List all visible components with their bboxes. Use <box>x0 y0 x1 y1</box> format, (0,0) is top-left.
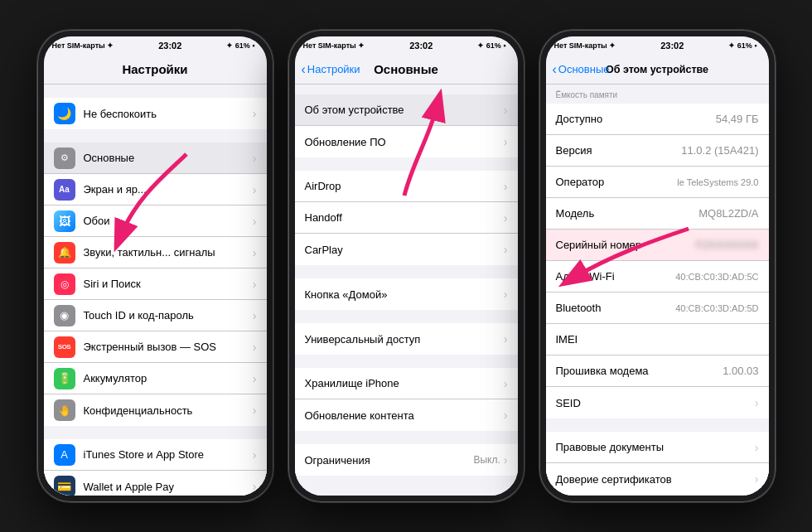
row-privacy[interactable]: 🤚 Конфиденциальность › <box>44 394 267 426</box>
status-left-3: Нет SIM-карты ✦ <box>554 41 616 50</box>
nav-back-2[interactable]: ‹ Настройки <box>302 63 360 76</box>
update-label: Обновление ПО <box>305 136 504 148</box>
row-version: Версия 11.0.2 (15A421) <box>546 135 769 167</box>
row-operator: Оператор le TeleSystems 29.0 <box>546 167 769 198</box>
handoff-label: Handoff <box>305 211 504 224</box>
status-bar-2: Нет SIM-карты ✦ 23:02 ✦ 61% ▪ <box>295 36 518 55</box>
sos-icon: SOS <box>54 336 75 358</box>
row-touchid[interactable]: ◉ Touch ID и код-пароль › <box>44 300 267 331</box>
settings-list-2: Об этом устройстве › Обновление ПО › Air… <box>295 85 518 496</box>
row-handoff[interactable]: Handoff › <box>295 202 518 234</box>
phone-body-2: Нет SIM-карты ✦ 23:02 ✦ 61% ▪ ‹ Настройк… <box>288 30 524 502</box>
siri-icon: ◎ <box>54 273 75 295</box>
privacy-label: Конфиденциальность <box>84 404 253 417</box>
nav-back-label-2: Настройки <box>307 63 360 75</box>
display-icon: Aa <box>54 179 75 201</box>
status-bar-1: Нет SIM-карты ✦ 23:02 ✦ 61% ▪ <box>44 36 267 55</box>
row-sounds[interactable]: 🔔 Звуки, тактильн... сигналы › <box>44 237 267 268</box>
sounds-label: Звуки, тактильн... сигналы <box>84 246 253 259</box>
phone-2: Нет SIM-карты ✦ 23:02 ✦ 61% ▪ ‹ Настройк… <box>288 30 524 502</box>
row-display[interactable]: Aa Экран и яр... › <box>44 174 267 206</box>
row-modem: Прошивка модема 1.00.03 <box>546 355 769 387</box>
sos-label: Экстренный вызов — SOS <box>84 341 253 353</box>
battery-icon: 🔋 <box>54 368 75 389</box>
status-time-3: 23:02 <box>660 41 684 51</box>
nav-bar-3: ‹ Основные Об этом устройстве <box>546 55 769 85</box>
settings-list-1: 🌙 Не беспокоить › ⚙ Основные › Aa <box>44 85 267 496</box>
battery-label: Аккумулятор <box>84 372 253 384</box>
content-update-label: Обновление контента <box>305 409 504 422</box>
row-model: Модель MQ8L2ZD/A <box>546 198 769 230</box>
row-siri[interactable]: ◎ Siri и Поиск › <box>44 268 267 300</box>
row-available: Доступно 54,49 ГБ <box>546 104 769 135</box>
status-bar-3: Нет SIM-карты ✦ 23:02 ✦ 61% ▪ <box>546 36 769 55</box>
row-content-update[interactable]: Обновление контента › <box>295 399 518 431</box>
row-sos[interactable]: SOS Экстренный вызов — SOS › <box>44 331 267 363</box>
row-bluetooth: Bluetooth 40:CB:C0:3D:AD:5D <box>546 293 769 324</box>
row-wifi: Адрес Wi-Fi 40:CB:C0:3D:AD:5C <box>546 261 769 293</box>
phone-1: Нет SIM-карты ✦ 23:02 ✦ 61% ▪ Настройки … <box>37 30 273 502</box>
capacity-title: Ёмкость памяти <box>556 90 618 99</box>
nav-bar-2: ‹ Настройки Основные <box>295 55 518 85</box>
nav-back-label-3: Основные <box>558 63 610 75</box>
restrictions-value: Выкл. <box>473 454 500 466</box>
status-right-3: ✦ 61% ▪ <box>728 41 756 50</box>
do-not-disturb-icon: 🌙 <box>54 103 75 124</box>
nav-bar-1: Настройки <box>44 55 267 85</box>
row-wallpaper[interactable]: 🖼 Обои › <box>44 206 267 237</box>
phone-3: Нет SIM-карты ✦ 23:02 ✦ 61% ▪ ‹ Основные… <box>539 30 776 502</box>
general-icon: ⚙ <box>54 148 75 169</box>
general-label: Основные <box>84 152 253 164</box>
wallet-label: Wallet и Apple Pay <box>84 481 253 493</box>
wallpaper-label: Обои <box>84 215 253 227</box>
row-update[interactable]: Обновление ПО › <box>295 126 518 157</box>
row-legal[interactable]: Правовые документы › <box>546 432 769 463</box>
carplay-label: CarPlay <box>305 244 504 256</box>
do-not-disturb-label: Не беспокоить <box>84 108 253 120</box>
wallpaper-icon: 🖼 <box>54 210 75 232</box>
nav-title-2: Основные <box>374 62 438 76</box>
status-time-2: 23:02 <box>409 41 433 51</box>
sounds-icon: 🔔 <box>54 242 75 264</box>
row-accessibility[interactable]: Универсальный доступ › <box>295 323 518 355</box>
status-left-2: Нет SIM-карты ✦ <box>303 41 365 50</box>
display-label: Экран и яр... <box>84 183 253 196</box>
row-airdrop[interactable]: AirDrop › <box>295 171 518 202</box>
row-carplay[interactable]: CarPlay › <box>295 234 518 265</box>
touchid-label: Touch ID и код-пароль <box>84 309 253 322</box>
phone-body-1: Нет SIM-карты ✦ 23:02 ✦ 61% ▪ Настройки … <box>37 30 273 502</box>
status-right-1: ✦ 61% ▪ <box>226 41 254 50</box>
row-restrictions[interactable]: Ограничения Выкл. › <box>295 444 518 476</box>
row-seid[interactable]: SEID › <box>546 387 769 418</box>
row-certificates[interactable]: Доверие сертификатов › <box>546 463 769 495</box>
phone-body-3: Нет SIM-карты ✦ 23:02 ✦ 61% ▪ ‹ Основные… <box>539 30 776 502</box>
row-itunes[interactable]: A iTunes Store и App Store › <box>44 439 267 471</box>
status-right-2: ✦ 61% ▪ <box>477 41 505 50</box>
restrictions-label: Ограничения <box>305 454 474 467</box>
row-general[interactable]: ⚙ Основные › <box>44 143 267 174</box>
privacy-icon: 🤚 <box>54 399 75 421</box>
settings-list-3: Ёмкость памяти Доступно 54,49 ГБ Версия … <box>546 85 769 496</box>
nav-title-1: Настройки <box>122 62 187 76</box>
nav-back-3[interactable]: ‹ Основные <box>553 63 610 76</box>
touchid-icon: ◉ <box>54 305 75 326</box>
nav-title-3: Об этом устройстве <box>606 64 708 75</box>
row-homebutton[interactable]: Кнопка «Домой» › <box>295 278 518 310</box>
about-label: Об этом устройстве <box>305 104 504 116</box>
row-serial[interactable]: Серийный номер F2XXXXXXX <box>546 230 769 261</box>
itunes-icon: A <box>54 444 75 466</box>
row-about[interactable]: Об этом устройстве › <box>295 94 518 126</box>
siri-label: Siri и Поиск <box>84 278 253 290</box>
row-wallet[interactable]: 💳 Wallet и Apple Pay › <box>44 471 267 496</box>
accessibility-label: Универсальный доступ <box>305 333 504 346</box>
row-do-not-disturb[interactable]: 🌙 Не беспокоить › <box>44 98 267 129</box>
itunes-label: iTunes Store и App Store <box>84 448 253 461</box>
storage-label: Хранилище iPhone <box>305 377 504 389</box>
status-time-1: 23:02 <box>158 41 181 51</box>
row-battery[interactable]: 🔋 Аккумулятор › <box>44 363 267 394</box>
status-left-1: Нет SIM-карты ✦ <box>52 41 114 50</box>
airdrop-label: AirDrop <box>305 180 504 192</box>
row-storage[interactable]: Хранилище iPhone › <box>295 368 518 399</box>
homebutton-label: Кнопка «Домой» <box>305 288 504 301</box>
row-imei: IMEI <box>546 324 769 355</box>
